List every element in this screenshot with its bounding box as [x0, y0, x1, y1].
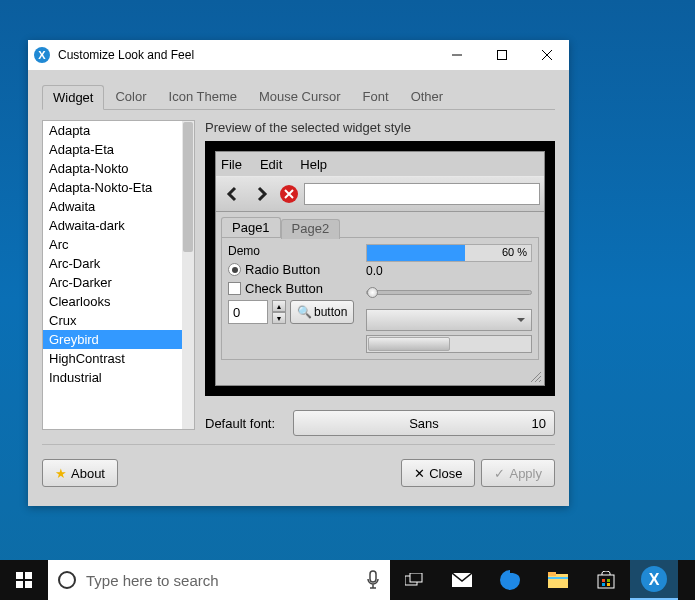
spin-up[interactable]: ▲	[272, 300, 286, 312]
task-view-button[interactable]	[390, 560, 438, 600]
mic-icon[interactable]	[366, 570, 380, 590]
list-item[interactable]: Adapta	[43, 121, 194, 140]
font-size: 10	[532, 416, 546, 431]
preview-menu: File Edit Help	[216, 152, 544, 176]
star-icon: ★	[55, 466, 67, 481]
close-app-button[interactable]: ✕Close	[401, 459, 475, 487]
preview-window: File Edit Help Page1 Page2	[215, 151, 545, 386]
slider-thumb[interactable]	[367, 287, 378, 298]
svg-rect-13	[548, 574, 568, 588]
tab-page2[interactable]: Page2	[281, 219, 341, 239]
search-box[interactable]: Type here to search	[48, 560, 390, 600]
tab-widget[interactable]: Widget	[42, 85, 104, 110]
list-item[interactable]: Arc	[43, 235, 194, 254]
list-item[interactable]: Adapta-Nokto	[43, 159, 194, 178]
slider[interactable]	[366, 290, 532, 295]
edge-icon[interactable]	[486, 560, 534, 600]
svg-rect-8	[25, 581, 32, 588]
list-item[interactable]: Adwaita-dark	[43, 216, 194, 235]
slider-value: 0.0	[366, 264, 532, 278]
tab-other[interactable]: Other	[400, 84, 455, 109]
tab-mouse-cursor[interactable]: Mouse Cursor	[248, 84, 352, 109]
about-button[interactable]: ★About	[42, 459, 118, 487]
svg-rect-16	[598, 575, 614, 588]
tab-body: Adapta Adapta-Eta Adapta-Nokto Adapta-No…	[42, 110, 555, 436]
radio-icon	[228, 263, 241, 276]
start-button[interactable]	[0, 560, 48, 600]
tab-page1[interactable]: Page1	[221, 217, 281, 237]
back-button[interactable]	[220, 181, 246, 207]
demo-label: Demo	[228, 244, 358, 258]
stop-button[interactable]	[276, 181, 302, 207]
list-item[interactable]: Adapta-Nokto-Eta	[43, 178, 194, 197]
window-title: Customize Look and Feel	[58, 48, 434, 62]
tab-font[interactable]: Font	[352, 84, 400, 109]
list-item[interactable]: Adapta-Eta	[43, 140, 194, 159]
list-item[interactable]: Industrial	[43, 368, 194, 387]
minimize-button[interactable]	[434, 40, 479, 70]
svg-rect-17	[602, 579, 605, 582]
default-font-label: Default font:	[205, 416, 285, 431]
apply-button[interactable]: ✓Apply	[481, 459, 555, 487]
list-item[interactable]: Adwaita	[43, 197, 194, 216]
preview-frame: File Edit Help Page1 Page2	[205, 141, 555, 396]
url-input[interactable]	[304, 183, 540, 205]
explorer-icon[interactable]	[534, 560, 582, 600]
preview-toolbar	[216, 176, 544, 212]
menu-edit[interactable]: Edit	[260, 157, 282, 172]
svg-rect-7	[16, 581, 23, 588]
list-item-selected[interactable]: Greybird	[43, 330, 194, 349]
progress-fill	[367, 245, 465, 261]
maximize-button[interactable]	[479, 40, 524, 70]
theme-list[interactable]: Adapta Adapta-Eta Adapta-Nokto Adapta-No…	[42, 120, 195, 430]
svg-rect-11	[410, 573, 422, 582]
store-icon[interactable]	[582, 560, 630, 600]
list-item[interactable]: HighContrast	[43, 349, 194, 368]
search-icon: 🔍	[297, 305, 312, 319]
close-button[interactable]	[524, 40, 569, 70]
svg-rect-6	[25, 572, 32, 579]
svg-rect-14	[548, 572, 556, 576]
cortana-icon	[58, 571, 76, 589]
mail-icon[interactable]	[438, 560, 486, 600]
scrollbar-thumb[interactable]	[183, 122, 193, 252]
menu-help[interactable]: Help	[300, 157, 327, 172]
radio-item[interactable]: Radio Button	[228, 262, 358, 277]
menu-file[interactable]: File	[221, 157, 242, 172]
list-item[interactable]: Crux	[43, 311, 194, 330]
list-item[interactable]: Arc-Dark	[43, 254, 194, 273]
svg-rect-18	[607, 579, 610, 582]
svg-rect-20	[607, 583, 610, 586]
progress-bar: 60 %	[366, 244, 532, 262]
preview-inner-tabs: Page1 Page2	[216, 212, 544, 237]
font-family: Sans	[409, 416, 439, 431]
xfce-taskbar-icon[interactable]: X	[630, 560, 678, 600]
h-scrollbar-thumb[interactable]	[368, 337, 450, 351]
tab-icon-theme[interactable]: Icon Theme	[158, 84, 248, 109]
check-item[interactable]: Check Button	[228, 281, 358, 296]
tab-color[interactable]: Color	[104, 84, 157, 109]
check-icon: ✓	[494, 466, 505, 481]
app-icon: X	[34, 47, 50, 63]
tab-bar: Widget Color Icon Theme Mouse Cursor Fon…	[42, 84, 555, 110]
list-item[interactable]: Clearlooks	[43, 292, 194, 311]
list-item[interactable]: Arc-Darker	[43, 273, 194, 292]
app-window: X Customize Look and Feel Widget Color I…	[28, 40, 569, 506]
preview-label: Preview of the selected widget style	[205, 120, 555, 135]
font-picker-button[interactable]: Sans 10	[293, 410, 555, 436]
spin-input[interactable]: 0	[228, 300, 268, 324]
dropdown[interactable]	[366, 309, 532, 331]
button-row: ★About ✕Close ✓Apply	[42, 444, 555, 487]
scrollbar[interactable]	[182, 121, 194, 429]
h-scrollbar[interactable]	[366, 335, 532, 353]
svg-rect-1	[497, 51, 506, 60]
svg-rect-5	[16, 572, 23, 579]
spin-down[interactable]: ▼	[272, 312, 286, 324]
resize-grip-icon[interactable]	[531, 372, 541, 382]
svg-rect-19	[602, 583, 605, 586]
forward-button[interactable]	[248, 181, 274, 207]
spin-buttons: ▲ ▼	[272, 300, 286, 324]
titlebar[interactable]: X Customize Look and Feel	[28, 40, 569, 70]
demo-button[interactable]: 🔍button	[290, 300, 354, 324]
window-content: Widget Color Icon Theme Mouse Cursor Fon…	[28, 70, 569, 501]
